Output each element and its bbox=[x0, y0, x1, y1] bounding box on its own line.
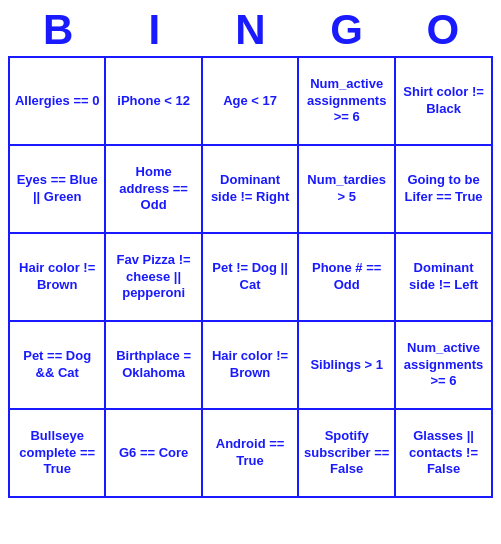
bingo-cell-4-1[interactable]: G6 == Core bbox=[105, 409, 202, 497]
bingo-cell-0-1[interactable]: iPhone < 12 bbox=[105, 57, 202, 145]
bingo-cell-3-2[interactable]: Hair color != Brown bbox=[202, 321, 298, 409]
bingo-cell-4-3[interactable]: Spotify subscriber == False bbox=[298, 409, 395, 497]
bingo-grid: Allergies == 0iPhone < 12Age < 17Num_act… bbox=[8, 56, 493, 498]
bingo-cell-2-1[interactable]: Fav Pizza != cheese || pepperoni bbox=[105, 233, 202, 321]
bingo-cell-1-0[interactable]: Eyes == Blue || Green bbox=[9, 145, 105, 233]
bingo-cell-4-0[interactable]: Bullseye complete == True bbox=[9, 409, 105, 497]
bingo-cell-3-4[interactable]: Num_active assignments >= 6 bbox=[395, 321, 492, 409]
bingo-cell-2-4[interactable]: Dominant side != Left bbox=[395, 233, 492, 321]
letter-n: N bbox=[210, 6, 290, 54]
bingo-header: B I N G O bbox=[0, 0, 501, 56]
bingo-cell-4-4[interactable]: Glasses || contacts != False bbox=[395, 409, 492, 497]
letter-g: G bbox=[307, 6, 387, 54]
letter-o: O bbox=[403, 6, 483, 54]
bingo-cell-3-0[interactable]: Pet == Dog && Cat bbox=[9, 321, 105, 409]
bingo-cell-1-4[interactable]: Going to be Lifer == True bbox=[395, 145, 492, 233]
bingo-cell-1-1[interactable]: Home address == Odd bbox=[105, 145, 202, 233]
bingo-cell-2-0[interactable]: Hair color != Brown bbox=[9, 233, 105, 321]
bingo-cell-3-1[interactable]: Birthplace = Oklahoma bbox=[105, 321, 202, 409]
bingo-cell-3-3[interactable]: Siblings > 1 bbox=[298, 321, 395, 409]
bingo-cell-2-3[interactable]: Phone # == Odd bbox=[298, 233, 395, 321]
bingo-cell-4-2[interactable]: Android == True bbox=[202, 409, 298, 497]
bingo-cell-1-3[interactable]: Num_tardies > 5 bbox=[298, 145, 395, 233]
bingo-cell-0-4[interactable]: Shirt color != Black bbox=[395, 57, 492, 145]
bingo-cell-0-0[interactable]: Allergies == 0 bbox=[9, 57, 105, 145]
bingo-cell-0-2[interactable]: Age < 17 bbox=[202, 57, 298, 145]
bingo-cell-0-3[interactable]: Num_active assignments >= 6 bbox=[298, 57, 395, 145]
letter-b: B bbox=[18, 6, 98, 54]
letter-i: I bbox=[114, 6, 194, 54]
bingo-cell-1-2[interactable]: Dominant side != Right bbox=[202, 145, 298, 233]
bingo-cell-2-2[interactable]: Pet != Dog || Cat bbox=[202, 233, 298, 321]
